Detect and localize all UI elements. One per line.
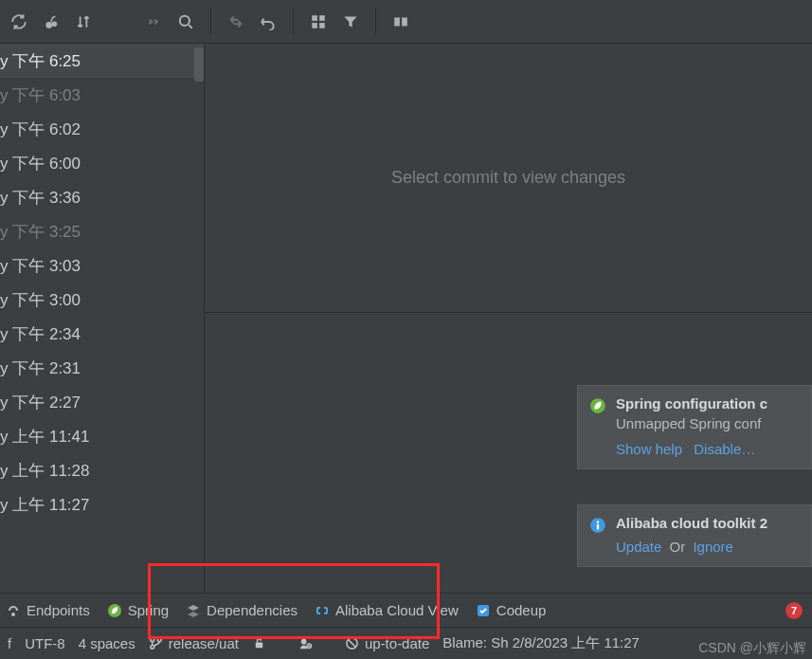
vcs-log-toolbar <box>0 0 812 44</box>
svg-point-13 <box>11 613 15 616</box>
tab-label: Spring <box>128 602 169 618</box>
dependencies-icon <box>186 603 201 618</box>
svg-rect-7 <box>394 17 400 26</box>
commit-item[interactable]: y 下午 2:27 <box>0 385 204 419</box>
commit-item[interactable]: y 下午 3:00 <box>0 283 204 317</box>
svg-rect-8 <box>402 17 407 26</box>
commit-list[interactable]: y 下午 6:25y 下午 6:03y 下午 6:02y 下午 6:00y 下午… <box>0 44 205 593</box>
spring-icon <box>107 603 122 618</box>
svg-rect-6 <box>319 23 325 28</box>
tab-endpoints[interactable]: Endpoints <box>6 602 90 618</box>
scrollbar-thumb[interactable] <box>194 47 204 82</box>
status-sync[interactable]: up-to-date <box>345 635 429 651</box>
notification-links: Show help Disable… <box>616 441 800 457</box>
tab-label: Alibaba Cloud View <box>335 602 459 618</box>
commit-item[interactable]: y 下午 3:25 <box>0 214 204 248</box>
endpoints-icon <box>6 603 21 618</box>
notif-link-show-help[interactable]: Show help <box>616 441 682 457</box>
grid-icon[interactable] <box>309 12 328 31</box>
svg-point-18 <box>157 638 161 642</box>
svg-point-1 <box>52 21 58 27</box>
notif-link-disable[interactable]: Disable… <box>694 441 755 457</box>
status-blame[interactable]: Blame: Sh 2/8/2023 上午 11:27 <box>442 634 640 652</box>
notification-alibaba: Alibaba cloud toolkit 2 Update Or Ignore <box>577 504 812 567</box>
status-branch-name: release/uat <box>169 635 239 651</box>
tab-label: Codeup <box>496 602 547 618</box>
tab-alibaba-cloud-view[interactable]: Alibaba Cloud View <box>315 602 459 618</box>
main-split: y 下午 6:25y 下午 6:03y 下午 6:02y 下午 6:00y 下午… <box>0 44 812 593</box>
compare-icon[interactable] <box>391 12 410 31</box>
tab-codeup[interactable]: Codeup <box>476 602 547 618</box>
sync-ok-icon <box>345 636 359 650</box>
commit-item[interactable]: y 下午 2:34 <box>0 317 204 351</box>
svg-rect-5 <box>312 23 317 28</box>
tab-label: Dependencies <box>207 602 298 618</box>
commit-item[interactable]: y 下午 3:36 <box>0 180 204 214</box>
toolbar-separator <box>375 9 376 35</box>
spring-icon <box>589 397 606 414</box>
svg-rect-19 <box>256 643 263 649</box>
notification-title: Alibaba cloud toolkit 2 <box>616 515 800 531</box>
toolbar-separator <box>293 9 294 35</box>
search-icon[interactable] <box>176 12 195 31</box>
sort-icon[interactable] <box>74 12 93 31</box>
tab-dependencies[interactable]: Dependencies <box>186 602 298 618</box>
tab-spring[interactable]: Spring <box>107 602 169 618</box>
status-indent[interactable]: 4 spaces <box>79 635 135 651</box>
svg-point-2 <box>180 15 189 25</box>
codeup-icon <box>476 603 491 618</box>
toolbar-separator <box>210 9 211 35</box>
commit-item[interactable]: y 下午 6:25 <box>0 44 204 78</box>
lock-icon[interactable] <box>252 636 266 650</box>
notification-links: Update Or Ignore <box>616 539 800 555</box>
svg-point-0 <box>45 22 52 28</box>
undo-icon[interactable] <box>259 12 278 31</box>
commit-item[interactable]: y 下午 6:03 <box>0 78 204 112</box>
commit-item[interactable]: y 下午 3:03 <box>0 248 204 283</box>
info-icon <box>589 517 606 534</box>
status-sync-text: up-to-date <box>365 635 429 651</box>
svg-rect-12 <box>597 522 599 523</box>
problems-badge[interactable]: 7 <box>785 602 803 619</box>
more-icon[interactable] <box>144 12 163 31</box>
notification-spring: Spring configuration c Unmapped Spring c… <box>577 385 812 469</box>
svg-rect-11 <box>597 524 599 530</box>
commit-item[interactable]: y 下午 6:00 <box>0 146 204 180</box>
tab-label: Endpoints <box>27 602 90 618</box>
commit-item[interactable]: y 上午 11:41 <box>0 419 204 453</box>
branch-icon <box>149 636 163 650</box>
commit-item[interactable]: y 上午 11:28 <box>0 453 204 487</box>
refresh-icon[interactable] <box>9 12 28 31</box>
svg-rect-4 <box>319 15 325 21</box>
detail-placeholder: Select commit to view changes <box>205 44 812 313</box>
alibaba-icon <box>315 603 330 618</box>
filter-icon[interactable] <box>341 12 360 31</box>
status-branch[interactable]: release/uat <box>149 635 239 651</box>
status-encoding[interactable]: UTF-8 <box>25 635 65 651</box>
detail-placeholder-text: Select commit to view changes <box>391 168 625 188</box>
notif-link-update[interactable]: Update <box>616 539 661 555</box>
svg-point-16 <box>151 638 154 642</box>
notification-title: Spring configuration c <box>616 395 800 412</box>
notif-link-ignore[interactable]: Ignore <box>693 539 733 555</box>
commit-item[interactable]: y 上午 11:27 <box>0 487 204 522</box>
notification-body: Unmapped Spring conf <box>616 415 800 431</box>
swap-icon[interactable] <box>226 12 245 31</box>
tool-window-tabs: Endpoints Spring Dependencies Alibaba Cl… <box>0 593 812 627</box>
svg-rect-3 <box>312 15 317 21</box>
commit-detail-panel: Select commit to view changes Spring con… <box>205 44 812 593</box>
commit-item[interactable]: y 下午 2:31 <box>0 351 204 385</box>
ide-window: { "toolbar": { "icons": ["refresh","cher… <box>0 0 812 659</box>
commit-item[interactable]: y 下午 6:02 <box>0 112 204 146</box>
agent-icon[interactable] <box>298 636 313 650</box>
cherry-pick-icon[interactable] <box>42 12 61 31</box>
svg-point-20 <box>301 639 307 645</box>
status-bar: f UTF-8 4 spaces release/uat up-to-date … <box>0 627 812 659</box>
status-left-trunc: f <box>8 635 11 651</box>
